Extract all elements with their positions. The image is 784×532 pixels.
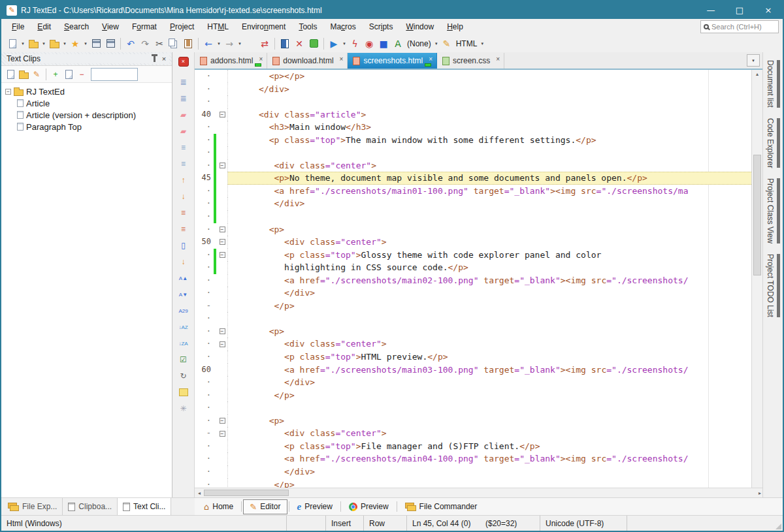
code-line[interactable]: ·− <div class="center"> [195, 337, 751, 351]
panel-close-icon[interactable]: × [159, 54, 169, 64]
code-line[interactable]: -− <div class="center"> [195, 427, 751, 440]
refresh-icon[interactable]: ↻ [176, 370, 191, 382]
code-line[interactable]: 50− <div class="center"> [195, 236, 751, 249]
validate-icon[interactable]: ☑ [176, 354, 191, 366]
menu-window[interactable]: Window [399, 20, 440, 34]
new-file-icon[interactable] [5, 37, 20, 51]
save-all-icon[interactable] [103, 37, 118, 51]
tab-close-icon[interactable]: × [340, 55, 344, 63]
fold-minus-icon[interactable]: − [220, 227, 225, 232]
notes-icon[interactable] [176, 386, 191, 398]
scroll-up-icon[interactable]: ▴ [752, 71, 762, 77]
menu-view[interactable]: View [95, 20, 125, 34]
split-lines-icon[interactable]: ≡ [176, 223, 191, 235]
replace-icon[interactable]: ⇄ [257, 37, 272, 51]
clips-filter-input[interactable] [91, 68, 138, 81]
code-line[interactable]: ·− <p class="top">Glossy theme with code… [195, 249, 751, 262]
code-line[interactable]: · [195, 312, 751, 325]
move-line-up-icon[interactable]: ↑ [176, 174, 191, 186]
addons-icon[interactable] [306, 37, 321, 51]
view-tab-preview[interactable]: ePreview [291, 499, 339, 515]
cut-icon[interactable]: ✂ [152, 37, 167, 51]
fold-minus-icon[interactable]: − [220, 112, 225, 117]
fold-toggle[interactable]: − [217, 427, 227, 440]
fold-toggle[interactable]: − [217, 108, 227, 121]
doc-tab-download-html[interactable]: download.html× [267, 53, 348, 69]
code-line[interactable]: · <p class="top">HTML preview.</p> [195, 351, 751, 364]
tree-collapse-icon[interactable]: − [5, 89, 11, 95]
uppercase-icon[interactable]: A▲ [176, 272, 191, 284]
menu-html[interactable]: HTML [201, 20, 235, 34]
close-button[interactable]: × [754, 1, 783, 19]
doc-tab-screenshots-html[interactable]: screenshots.html× [348, 53, 437, 69]
fold-minus-icon[interactable]: − [220, 163, 225, 168]
search-icon[interactable] [243, 37, 257, 51]
record-macro-icon[interactable]: ◉ [362, 37, 376, 51]
indent-lines-icon[interactable]: ≡ [176, 158, 191, 170]
new-file-dropdown[interactable]: ▾ [20, 41, 26, 46]
menu-tools[interactable]: Tools [292, 20, 323, 34]
tree-root-item[interactable]: −RJ TextEd [5, 86, 172, 97]
redo-icon[interactable]: ↷ [138, 37, 152, 51]
menu-help[interactable]: Help [440, 20, 470, 34]
doc-tab-screen-css[interactable]: screen.css× [437, 53, 504, 69]
favorites-dropdown[interactable]: ▾ [82, 41, 89, 46]
panel-tab-project-class-view[interactable]: Project Class View [766, 178, 780, 243]
code-line[interactable]: ·− <p> [195, 325, 751, 338]
minimize-button[interactable]: — [696, 1, 725, 19]
fold-toggle[interactable]: − [217, 249, 227, 262]
tools-icon[interactable]: ✕ [292, 37, 306, 51]
code-line[interactable]: · [195, 401, 751, 415]
horizontal-scrollbar-thumb[interactable] [204, 490, 289, 496]
open-file-dropdown[interactable]: ▾ [41, 41, 47, 46]
insert-lines-before-icon[interactable]: ≣ [176, 76, 191, 88]
run-icon[interactable]: ▶ [327, 37, 341, 51]
vertical-scrollbar[interactable]: ▴ [751, 70, 762, 488]
debug-icon[interactable]: ϟ [348, 37, 362, 51]
insert-clip-icon[interactable] [4, 68, 17, 81]
search-input[interactable]: Search (Ctrl+H) [700, 20, 779, 33]
panel-tab-code-explorer[interactable]: Code Explorer [766, 118, 780, 168]
tree-item[interactable]: Article [5, 97, 172, 109]
panel-tab-clipboa-[interactable]: Clipboa... [63, 498, 118, 515]
code-line[interactable]: · </div> [195, 197, 751, 210]
spellcheck-dropdown[interactable]: ▾ [433, 41, 440, 46]
delete-lines-icon[interactable]: ↓ [176, 256, 191, 268]
lowercase-icon[interactable]: A▼ [176, 289, 191, 300]
syntax-mode-label[interactable]: HTML [454, 39, 480, 48]
favorites-icon[interactable]: ★ [68, 37, 82, 51]
highlighter-remove-icon[interactable]: ▰ [176, 125, 191, 137]
code-line[interactable]: · </div> [195, 83, 751, 96]
doc-tab-addons-html[interactable]: addons.html× [195, 53, 267, 69]
tree-item[interactable]: Paragraph Top [5, 121, 172, 133]
scroll-left-icon[interactable]: ◂ [195, 490, 204, 496]
navigate-back-dropdown[interactable]: ▾ [216, 41, 222, 46]
open-project-dropdown[interactable]: ▾ [61, 41, 68, 46]
maximize-button[interactable]: □ [725, 1, 754, 19]
code-line[interactable]: 40− <div class="article"> [195, 108, 751, 121]
view-tab-home[interactable]: ⌂Home [197, 499, 240, 514]
join-lines-icon[interactable]: ≡ [176, 207, 191, 219]
spellcheck-icon[interactable]: A [391, 37, 405, 51]
menu-edit[interactable]: Edit [31, 20, 57, 34]
add-clip-icon[interactable]: + [49, 68, 62, 81]
code-line[interactable]: · </p> [195, 478, 751, 488]
menu-format[interactable]: Format [125, 20, 163, 34]
fold-minus-icon[interactable]: − [220, 418, 225, 424]
spellcheck-language-label[interactable]: (None) [405, 39, 433, 48]
menu-scripts[interactable]: Scripts [363, 20, 400, 34]
scroll-right-icon[interactable]: ▸ [759, 490, 761, 496]
menu-project[interactable]: Project [163, 20, 201, 34]
add-line-icon[interactable]: ≡ [176, 142, 191, 153]
code-line[interactable]: · </div> [195, 287, 751, 300]
sort-descending-icon[interactable]: ↓ZA [176, 337, 191, 349]
fold-minus-icon[interactable]: − [220, 328, 225, 334]
code-line[interactable]: ·− <p> [195, 223, 751, 236]
fold-toggle[interactable]: − [217, 236, 227, 249]
vertical-scrollbar-thumb[interactable] [753, 155, 761, 275]
save-icon[interactable] [89, 37, 103, 51]
fold-toggle[interactable]: − [217, 325, 227, 338]
tab-close-icon[interactable]: × [429, 55, 433, 63]
undo-icon[interactable]: ↶ [123, 37, 138, 51]
resize-grip[interactable] [776, 524, 781, 529]
